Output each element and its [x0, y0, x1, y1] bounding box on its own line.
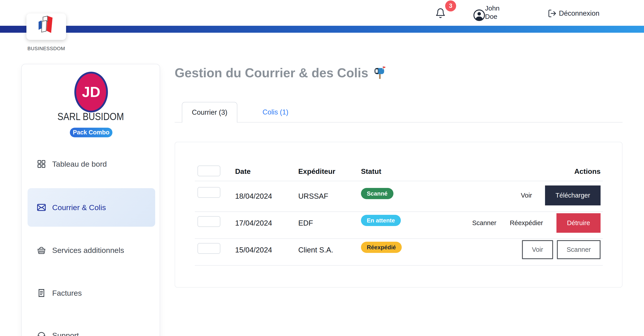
page-title: Gestion du Courrier & des Colis: [175, 66, 387, 80]
tab-courrier-label: Courrier (3): [192, 108, 227, 116]
tabs-divider: [175, 122, 622, 122]
plan-badge: Pack Combo: [70, 128, 112, 137]
actions-cell: Scanner Réexpédier Détruire: [472, 213, 600, 233]
mail-icon: [36, 202, 46, 212]
logout-icon: [548, 9, 557, 18]
brand-name: BUSINESSDOM: [26, 46, 66, 52]
row-checkbox[interactable]: [198, 187, 220, 198]
logout-label: Déconnexion: [559, 10, 600, 18]
notification-bell-icon[interactable]: [435, 8, 446, 19]
status-badge: Scanné: [361, 188, 394, 199]
sidebar-item-services-additionnels[interactable]: Services additionnels: [28, 237, 155, 264]
company-avatar: JD: [74, 72, 108, 112]
cell-sender: Client S.A.: [298, 246, 333, 254]
row-checkbox[interactable]: [198, 216, 220, 227]
voir-button[interactable]: Voir: [522, 240, 553, 259]
app-logo[interactable]: BUSINESSDOM: [26, 14, 66, 40]
voir-action[interactable]: Voir: [521, 192, 532, 199]
row-checkbox[interactable]: [198, 243, 220, 254]
cell-date: 15/04/2024: [235, 246, 272, 254]
status-badge: En attente: [361, 215, 401, 226]
tab-courrier[interactable]: Courrier (3): [182, 102, 237, 122]
column-header-actions: Actions: [574, 167, 600, 176]
status-badge-label: En attente: [367, 217, 395, 224]
businessdom-logo-mark: [37, 15, 56, 33]
invoice-icon: [36, 288, 46, 298]
status-badge-label: Réexpédié: [367, 244, 396, 251]
sidebar-item-support[interactable]: Support: [28, 322, 155, 336]
cell-date: 17/04/2024: [235, 219, 272, 227]
sidebar-item-factures[interactable]: Factures: [28, 280, 155, 306]
actions-cell: Voir Scanner: [522, 240, 600, 259]
mail-table-card: Date Expéditeur Statut Actions 18/04/202…: [175, 142, 622, 288]
scanner-button[interactable]: Scanner: [557, 240, 600, 259]
tab-colis-label: Colis (1): [262, 108, 288, 116]
reexpedier-action[interactable]: Réexpédier: [510, 219, 543, 227]
user-avatar-icon[interactable]: [473, 9, 485, 21]
row-divider: [195, 238, 603, 239]
sidebar-item-label: Courrier & Colis: [52, 203, 106, 212]
select-all-checkbox[interactable]: [198, 166, 220, 176]
sidebar-item-label: Services additionnels: [52, 246, 124, 255]
user-last-name: Doe: [485, 12, 512, 20]
cell-sender: URSSAF: [298, 192, 328, 200]
column-header-status: Statut: [361, 167, 381, 176]
telecharger-button[interactable]: Télécharger: [545, 186, 600, 206]
column-header-sender: Expéditeur: [298, 167, 335, 176]
page-title-text: Gestion du Courrier & des Colis: [175, 66, 368, 80]
headset-icon: [36, 330, 46, 336]
sidebar-item-courrier-colis[interactable]: Courrier & Colis: [28, 188, 155, 227]
dashboard-icon: [36, 159, 46, 169]
scanner-action[interactable]: Scanner: [472, 219, 496, 227]
cell-sender: EDF: [298, 219, 313, 227]
detruire-button[interactable]: Détruire: [556, 213, 600, 233]
row-divider: [195, 265, 603, 266]
row-divider: [195, 181, 603, 181]
sidebar: JD SARL BUSIDOM Pack Combo Tableau de bo…: [21, 64, 160, 336]
status-badge: Réexpédié: [361, 242, 402, 253]
actions-cell: Voir Télécharger: [521, 186, 600, 206]
logout-button[interactable]: Déconnexion: [548, 8, 600, 18]
mailbox-emoji: [373, 66, 387, 80]
company-initials: JD: [82, 84, 100, 100]
sidebar-item-label: Factures: [52, 289, 82, 298]
cell-date: 18/04/2024: [235, 192, 272, 200]
sidebar-item-label: Tableau de bord: [52, 160, 107, 168]
tab-colis[interactable]: Colis (1): [255, 102, 296, 122]
user-name[interactable]: John Doe: [485, 4, 512, 20]
status-badge-label: Scanné: [367, 190, 388, 197]
notification-count: 3: [449, 2, 452, 10]
column-header-date: Date: [235, 167, 250, 176]
basket-icon: [36, 245, 46, 255]
sidebar-item-tableau-de-bord[interactable]: Tableau de bord: [28, 150, 155, 178]
company-name: SARL BUSIDOM: [33, 110, 148, 122]
sidebar-item-label: Support: [52, 331, 79, 336]
plan-badge-label: Pack Combo: [73, 129, 110, 136]
row-divider: [195, 212, 603, 212]
notification-count-badge[interactable]: 3: [445, 0, 456, 12]
user-first-name: John: [485, 4, 512, 12]
top-accent-bar: [0, 26, 644, 33]
